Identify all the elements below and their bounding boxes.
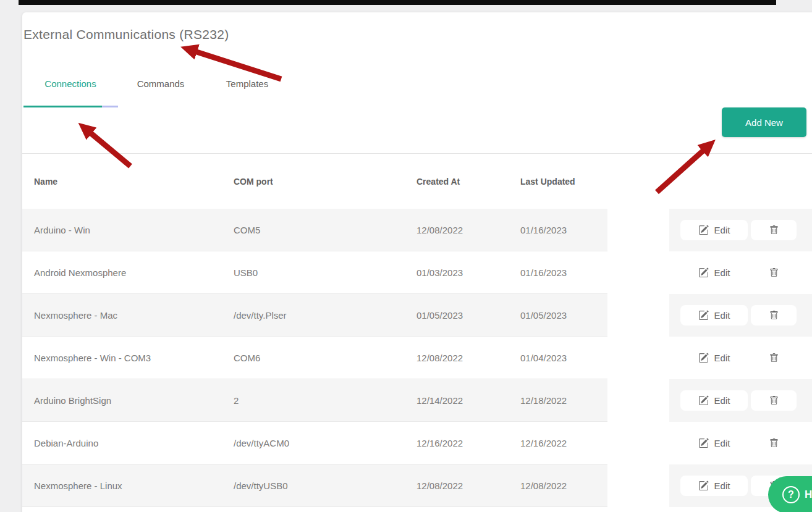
pencil-square-icon: [698, 438, 709, 448]
edit-button-label: Edit: [714, 310, 730, 321]
row-actions: Edit: [669, 294, 812, 337]
cell-created-at: 12/16/2022: [405, 438, 509, 448]
delete-button[interactable]: [751, 305, 797, 325]
cell-last-updated: 01/16/2023: [509, 267, 596, 278]
tab-templates[interactable]: Templates: [204, 62, 290, 106]
row-actions: Edit: [669, 337, 812, 379]
cell-name: Arduino BrightSign: [22, 395, 222, 406]
cell-created-at: 12/08/2022: [405, 481, 509, 491]
edit-button[interactable]: Edit: [680, 262, 748, 283]
table-row: Nexmosphere - Linux /dev/ttyUSB0 12/08/2…: [22, 464, 812, 507]
column-header-com-port: COM port: [222, 177, 405, 187]
table-row-cells: Nexmosphere - Mac /dev/tty.Plser 01/05/2…: [22, 294, 607, 337]
cell-created-at: 01/03/2023: [405, 267, 509, 278]
trash-icon: [769, 311, 779, 320]
row-gap: [607, 464, 669, 507]
column-header-created-at: Created At: [405, 177, 509, 187]
edit-button[interactable]: Edit: [680, 348, 748, 368]
edit-button[interactable]: Edit: [680, 476, 748, 496]
table-row-cells: Nexmosphere - Win - COM3 COM6 12/08/2022…: [22, 337, 607, 379]
row-gap: [607, 294, 669, 337]
edit-button-label: Edit: [714, 481, 730, 491]
cell-created-at: 12/08/2022: [405, 225, 509, 235]
table-body: Arduino - Win COM5 12/08/2022 01/16/2023…: [22, 209, 812, 507]
row-actions: Edit: [669, 251, 812, 294]
column-header-last-updated: Last Updated: [509, 177, 596, 187]
cell-created-at: 01/05/2023: [405, 310, 509, 321]
tab-connections[interactable]: Connections: [23, 62, 117, 106]
cell-last-updated: 01/04/2023: [509, 353, 596, 363]
row-gap: [607, 337, 669, 379]
pencil-square-icon: [698, 395, 709, 406]
delete-button[interactable]: [751, 433, 797, 453]
edit-button[interactable]: Edit: [680, 390, 748, 411]
trash-icon: [769, 225, 779, 235]
cell-name: Nexmosphere - Mac: [22, 310, 222, 321]
table-row: Nexmosphere - Mac /dev/tty.Plser 01/05/2…: [22, 294, 812, 337]
row-gap: [607, 379, 669, 422]
cell-name: Nexmosphere - Win - COM3: [22, 353, 222, 363]
pencil-square-icon: [698, 225, 709, 235]
table-row: Arduino - Win COM5 12/08/2022 01/16/2023…: [22, 209, 812, 251]
question-circle-icon: ?: [782, 486, 800, 503]
edit-button[interactable]: Edit: [680, 305, 748, 325]
cell-last-updated: 01/16/2023: [509, 225, 596, 235]
cell-last-updated: 12/16/2022: [509, 438, 596, 448]
delete-button[interactable]: [751, 220, 797, 240]
edit-button-label: Edit: [714, 438, 730, 448]
trash-icon: [769, 353, 779, 363]
trash-icon: [769, 396, 779, 405]
table-row: Android Nexmosphere USB0 01/03/2023 01/1…: [22, 251, 812, 294]
pencil-square-icon: [698, 310, 709, 321]
table-row-cells: Debian-Arduino /dev/ttyACM0 12/16/2022 1…: [22, 422, 607, 464]
cell-name: Nexmosphere - Linux: [22, 481, 222, 491]
add-new-button[interactable]: Add New: [722, 107, 806, 137]
page-title: External Communications (RS232): [23, 27, 229, 42]
table-row-cells: Android Nexmosphere USB0 01/03/2023 01/1…: [22, 251, 607, 294]
edit-button-label: Edit: [714, 395, 730, 406]
edit-button[interactable]: Edit: [680, 433, 748, 453]
table-header-row: Name COM port Created At Last Updated: [22, 154, 607, 209]
delete-button[interactable]: [751, 348, 797, 368]
cell-last-updated: 01/05/2023: [509, 310, 596, 321]
pencil-square-icon: [698, 481, 709, 491]
cell-com-port: 2: [222, 395, 405, 406]
cell-com-port: USB0: [222, 267, 405, 278]
delete-button[interactable]: [751, 390, 797, 411]
edit-button-label: Edit: [714, 225, 730, 235]
row-gap: [607, 209, 669, 251]
cell-name: Arduino - Win: [22, 225, 222, 235]
tab-commands[interactable]: Commands: [117, 62, 204, 106]
help-button-label: Help: [805, 489, 812, 501]
tab-bar: Connections Commands Templates: [23, 62, 290, 106]
row-actions: Edit: [669, 379, 812, 422]
help-button[interactable]: ? Help: [768, 476, 812, 512]
cell-last-updated: 12/18/2022: [509, 395, 596, 406]
cell-com-port: /dev/ttyACM0: [222, 438, 405, 448]
column-header-name: Name: [22, 177, 222, 187]
table-row: Arduino BrightSign 2 12/14/2022 12/18/20…: [22, 379, 812, 422]
table-row: Nexmosphere - Win - COM3 COM6 12/08/2022…: [22, 337, 812, 379]
pencil-square-icon: [698, 267, 709, 278]
cell-name: Debian-Arduino: [22, 438, 222, 448]
cell-created-at: 12/14/2022: [405, 395, 509, 406]
pencil-square-icon: [698, 353, 709, 363]
cell-com-port: /dev/tty.Plser: [222, 310, 405, 321]
cell-created-at: 12/08/2022: [405, 353, 509, 363]
table-row-cells: Arduino BrightSign 2 12/14/2022 12/18/20…: [22, 379, 607, 422]
cell-com-port: /dev/ttyUSB0: [222, 481, 405, 491]
cell-last-updated: 12/08/2022: [509, 481, 596, 491]
edit-button[interactable]: Edit: [680, 220, 748, 240]
row-gap: [607, 251, 669, 294]
row-actions: Edit: [669, 422, 812, 464]
cell-name: Android Nexmosphere: [22, 267, 222, 278]
table-row: Debian-Arduino /dev/ttyACM0 12/16/2022 1…: [22, 422, 812, 464]
active-tab-indicator: [23, 106, 102, 107]
cell-com-port: COM6: [222, 353, 405, 363]
trash-icon: [769, 439, 779, 448]
trash-icon: [769, 268, 779, 277]
active-tab-indicator-secondary: [102, 106, 118, 107]
table-row-cells: Arduino - Win COM5 12/08/2022 01/16/2023: [22, 209, 607, 251]
table-row-cells: Nexmosphere - Linux /dev/ttyUSB0 12/08/2…: [22, 464, 607, 507]
delete-button[interactable]: [751, 262, 797, 283]
